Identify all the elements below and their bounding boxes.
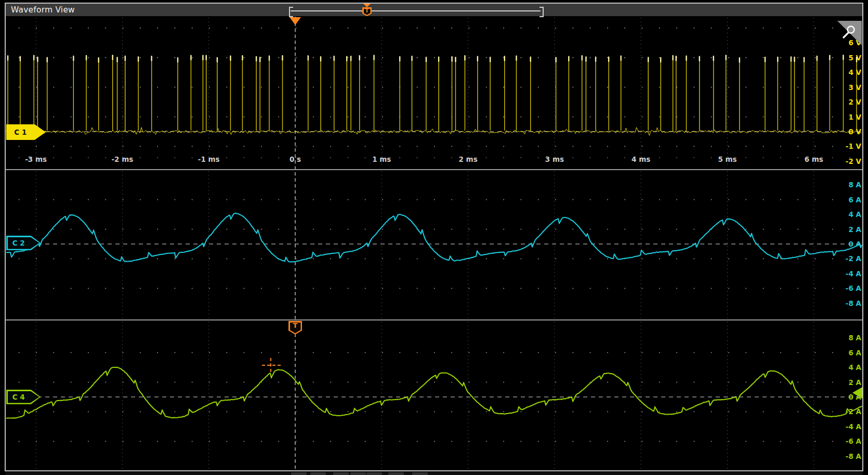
trigger-badge-label: T [288, 322, 302, 329]
ch2-trace [6, 213, 862, 262]
ch1-axis-label: 3 V [848, 83, 861, 92]
ch4-axis-label: -4 A [846, 422, 862, 431]
ch1-axis-label: 4 V [848, 68, 861, 76]
ch1-axis-label: 2 V [848, 98, 861, 106]
ch2-axis-label: -4 A [846, 269, 862, 278]
minimap-trigger-arrow-icon[interactable] [363, 4, 371, 7]
time-label: 2 ms [458, 155, 477, 163]
ch4-panel: 8 A6 A4 A2 A0 A-2 A-4 A-6 A-8 A [6, 322, 862, 469]
oscilloscope-screen: Waveform View T 6 V5 V4 V3 V2 V1 V0 V-1 … [0, 0, 868, 475]
ch2-panel: 8 A6 A4 A2 A0 A-2 A-4 A-6 A-8 A [6, 171, 862, 318]
ch1-trace-noise [6, 127, 861, 136]
ch1-badge[interactable]: C 1 [6, 124, 46, 140]
ch4-axis-label: 2 A [848, 378, 861, 387]
ch4-badge-label: C 4 [6, 390, 31, 404]
ch4-axis-label: 4 A [848, 363, 861, 371]
bottom-bar [6, 472, 862, 475]
ch1-trace [8, 55, 857, 131]
titlebar[interactable]: Waveform View [6, 4, 862, 16]
time-label: 6 ms [805, 155, 823, 163]
minimap-range-line[interactable] [291, 10, 541, 11]
ch2-axis-label: -6 A [846, 284, 862, 292]
time-label: 3 ms [545, 155, 564, 163]
time-label: -3 ms [25, 155, 47, 163]
minimap-right-bracket[interactable] [540, 7, 544, 17]
bottom-bar-button[interactable] [310, 472, 326, 475]
ch2-axis-label: 6 A [848, 196, 861, 204]
ch2-badge[interactable]: C 2 [6, 236, 41, 250]
bottom-bar-button[interactable] [333, 472, 349, 475]
bottom-bar-button[interactable] [412, 472, 428, 475]
time-label: -2 ms [111, 155, 133, 163]
ch1-axis-label: 5 V [848, 54, 861, 62]
time-label: -1 ms [198, 155, 220, 163]
ch1-badge-label: C 1 [6, 124, 35, 140]
time-label: 5 ms [718, 155, 737, 163]
ch1-axis-label: 1 V [848, 113, 861, 121]
ch1-panel: 6 V5 V4 V3 V2 V1 V0 V-1 V-2 V [6, 18, 862, 168]
time-axis: -3 ms-2 ms-1 ms0 s1 ms2 ms3 ms4 ms5 ms6 … [19, 155, 862, 163]
ch4-axis-label: 8 A [848, 333, 861, 342]
ch4-axis-label: -6 A [846, 437, 862, 445]
ch4-badge[interactable]: C 4 [6, 390, 41, 404]
minimap-trigger-badge[interactable]: T [362, 7, 372, 16]
ch2-axis-label: 8 A [848, 181, 861, 189]
ch1-axis-label: -1 V [846, 142, 862, 150]
ch1-axis-label: -2 V [846, 157, 862, 165]
panel-separator-1[interactable] [6, 169, 862, 170]
window-title: Waveform View [11, 5, 75, 15]
scope-plot[interactable]: 6 V5 V4 V3 V2 V1 V0 V-1 V-2 V8 A6 A4 A2 … [0, 0, 868, 475]
bottom-bar-button[interactable] [291, 472, 307, 475]
ch4-axis-label: -8 A [846, 452, 862, 460]
ch2-axis-label: -2 A [846, 254, 862, 263]
ch2-badge-label: C 2 [6, 236, 31, 250]
magnifier-handle-icon [844, 33, 849, 38]
time-label: 4 ms [632, 155, 650, 163]
ch2-axis-label: 2 A [848, 225, 861, 234]
bottom-bar-button[interactable] [366, 472, 382, 475]
panel-separator-2[interactable] [6, 319, 862, 320]
ch2-axis-label: -8 A [846, 299, 862, 307]
trigger-badge[interactable]: T [288, 321, 302, 335]
bottom-bar-button[interactable] [350, 472, 366, 475]
trigger-position-marker-icon[interactable] [290, 17, 301, 25]
trigger-crosshair-horizontal [262, 365, 281, 366]
ch4-axis-label: 6 A [848, 349, 861, 357]
bottom-bar-button[interactable] [388, 472, 404, 475]
ch2-axis-label: 4 A [848, 210, 861, 219]
time-label: 1 ms [372, 155, 391, 163]
minimap-trigger-badge-label: T [362, 8, 372, 14]
minimap-left-bracket[interactable] [289, 7, 293, 17]
ch4-trace [6, 367, 862, 418]
